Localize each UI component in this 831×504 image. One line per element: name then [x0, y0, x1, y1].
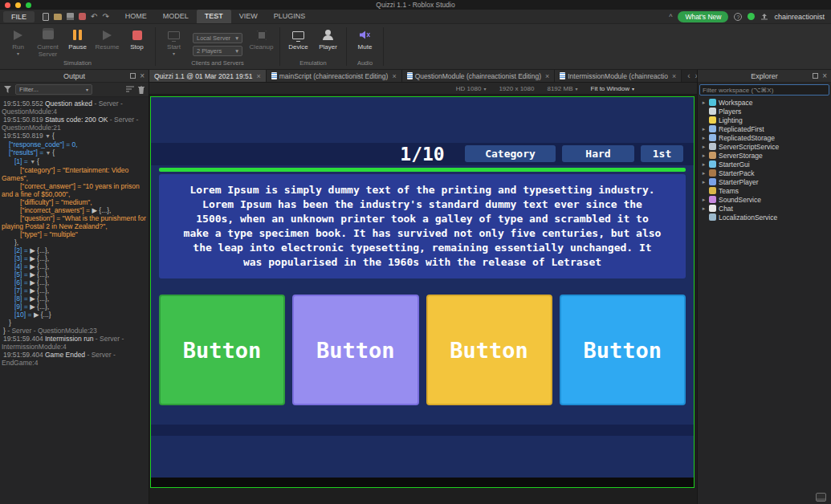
popout-panel-icon[interactable] — [813, 73, 818, 79]
player-count-select[interactable]: 2 Players▾ — [193, 46, 242, 56]
explorer-item-label: StarterGui — [719, 161, 750, 169]
start-dropdown-caret[interactable]: ▾ — [173, 52, 175, 55]
expand-arrow-icon[interactable]: ▸ — [701, 205, 707, 212]
close-panel-icon[interactable]: × — [140, 73, 145, 79]
expand-arrow-icon[interactable]: ▸ — [701, 170, 707, 177]
explorer-item-replicatedstorage[interactable]: ▸ReplicatedStorage — [698, 133, 831, 142]
explorer-item-startergui[interactable]: ▸StarterGui — [698, 160, 831, 169]
game-view[interactable]: 1/10 Category Hard 1st Lorem Ipsum is si… — [150, 96, 695, 488]
expand-arrow-icon[interactable]: ▸ — [701, 135, 707, 141]
file-menu-button[interactable]: FILE — [3, 11, 35, 22]
close-window-button[interactable] — [5, 2, 10, 8]
resume-button[interactable]: Resume — [92, 28, 122, 51]
explorer-item-serverscriptservice[interactable]: ▸ServerScriptService — [698, 142, 831, 151]
device-memory-select[interactable]: 8192 MB▾ — [547, 85, 577, 92]
player-person-icon — [325, 28, 331, 42]
minimize-window-button[interactable] — [15, 2, 21, 8]
answer-button[interactable]: Button — [426, 295, 552, 405]
doc-tab[interactable]: QuestionModule (chainreactionist Editing… — [402, 70, 556, 82]
server-type-select[interactable]: Local Server▾ — [193, 33, 242, 43]
new-file-icon[interactable] — [43, 13, 49, 21]
explorer-item-soundservice[interactable]: ▸SoundService — [698, 195, 831, 204]
game-viewport[interactable]: 1/10 Category Hard 1st Lorem Ipsum is si… — [149, 95, 697, 504]
close-tab-icon[interactable]: × — [545, 72, 549, 80]
save-icon[interactable] — [67, 13, 74, 20]
output-log-line: ["difficulty"] = "medium", — [2, 198, 147, 206]
fit-to-window-select[interactable]: Fit to Window▾ — [591, 85, 634, 92]
open-folder-icon[interactable] — [54, 14, 62, 20]
username-label[interactable]: chainreactionist — [774, 13, 825, 21]
share-icon[interactable] — [760, 13, 768, 21]
menu-tab-test[interactable]: TEST — [197, 10, 231, 23]
doc-tab[interactable]: mainScript (chainreactionist Editing)× — [267, 70, 402, 82]
player-emulation-button[interactable]: Player — [313, 28, 343, 51]
output-panel-header[interactable]: Output × — [0, 70, 149, 83]
panel-layout-icon[interactable] — [816, 493, 826, 502]
doc-tab[interactable]: Quizzi 1.1 @ 01 Mar 2021 19:51× — [149, 70, 267, 82]
explorer-item-replicatedfirst[interactable]: ▸ReplicatedFirst — [698, 124, 831, 133]
maximize-window-button[interactable] — [26, 2, 31, 8]
tab-scroll-left-icon[interactable]: ‹ — [687, 72, 690, 80]
record-icon[interactable] — [79, 13, 86, 20]
pause-button[interactable]: Pause — [63, 28, 92, 51]
output-filter-dropdown[interactable]: Filter...▾ — [15, 84, 92, 95]
explorer-filter-input[interactable] — [703, 87, 826, 94]
undo-icon[interactable]: ↶ — [91, 13, 97, 21]
answer-button[interactable]: Button — [560, 295, 686, 405]
explorer-item-label: Chat — [719, 205, 733, 213]
group-label-clients-servers: Clients and Servers — [156, 59, 279, 69]
device-preset-select[interactable]: HD 1080▾ — [456, 85, 487, 92]
answer-button[interactable]: Button — [159, 295, 285, 405]
output-log[interactable]: 19:51:50.552 Question asked - Server - Q… — [0, 97, 149, 504]
close-tab-icon[interactable]: × — [672, 72, 676, 80]
stop-icon — [132, 28, 142, 42]
expand-arrow-icon[interactable]: ▸ — [701, 152, 707, 159]
run-dropdown-caret[interactable]: ▾ — [17, 52, 19, 55]
clear-output-trash-icon[interactable] — [138, 86, 145, 94]
current-server-button[interactable]: Current Server — [33, 28, 63, 58]
close-tab-icon[interactable]: × — [392, 72, 396, 80]
quiz-footer-bar — [151, 425, 694, 436]
explorer-item-chat[interactable]: ▸Chat — [698, 204, 831, 213]
expand-arrow-icon[interactable]: ▸ — [701, 144, 707, 150]
stop-button[interactable]: Stop — [122, 28, 152, 51]
startergui-icon — [709, 161, 716, 168]
explorer-item-starterpack[interactable]: ▸StarterPack — [698, 169, 831, 177]
word-wrap-icon[interactable] — [126, 86, 134, 93]
menu-tab-model[interactable]: MODEL — [155, 10, 197, 23]
expand-arrow-icon[interactable]: ▸ — [701, 100, 707, 106]
explorer-item-localizationservice[interactable]: LocalizationService — [698, 213, 831, 222]
expand-arrow-icon[interactable]: ▸ — [701, 161, 707, 168]
category-button[interactable]: Category — [465, 145, 556, 162]
expand-arrow-icon[interactable]: ▸ — [701, 179, 707, 185]
explorer-item-starterplayer[interactable]: ▸StarterPlayer — [698, 177, 831, 186]
explorer-item-serverstorage[interactable]: ▸ServerStorage — [698, 151, 831, 160]
explorer-item-lighting[interactable]: Lighting — [698, 116, 831, 124]
device-button[interactable]: Device — [283, 28, 313, 51]
answer-button[interactable]: Button — [292, 295, 418, 405]
help-icon[interactable]: ? — [734, 13, 742, 21]
mute-button[interactable]: Mute — [350, 28, 380, 51]
close-tab-icon[interactable]: × — [257, 72, 261, 80]
explorer-item-players[interactable]: Players — [698, 107, 831, 116]
cleanup-button[interactable]: Cleanup — [246, 28, 276, 51]
expand-arrow-icon[interactable]: ▸ — [701, 197, 707, 203]
explorer-panel-header[interactable]: Explorer × — [698, 70, 831, 83]
run-button[interactable]: Run ▾ — [3, 28, 33, 55]
explorer-item-teams[interactable]: Teams — [698, 186, 831, 195]
chevron-down-icon: ▾ — [483, 87, 486, 91]
expand-arrow-icon[interactable]: ▸ — [701, 126, 707, 132]
close-panel-icon[interactable]: × — [822, 73, 827, 79]
explorer-item-workspace[interactable]: ▸Workspace — [698, 98, 831, 107]
menu-tab-view[interactable]: VIEW — [231, 10, 266, 23]
difficulty-button[interactable]: Hard — [562, 145, 634, 162]
doc-tab[interactable]: IntermissionModule (chainreactio× — [555, 70, 682, 82]
whats-new-button[interactable]: What's New — [678, 11, 728, 22]
redo-icon[interactable]: ↷ — [102, 13, 108, 21]
rank-button[interactable]: 1st — [641, 145, 683, 162]
menu-tab-home[interactable]: HOME — [117, 10, 155, 23]
collapse-ribbon-icon[interactable]: ^ — [669, 13, 672, 21]
popout-panel-icon[interactable] — [130, 73, 136, 79]
start-button[interactable]: Start ▾ — [159, 28, 189, 55]
menu-tab-plugins[interactable]: PLUGINS — [266, 10, 314, 23]
